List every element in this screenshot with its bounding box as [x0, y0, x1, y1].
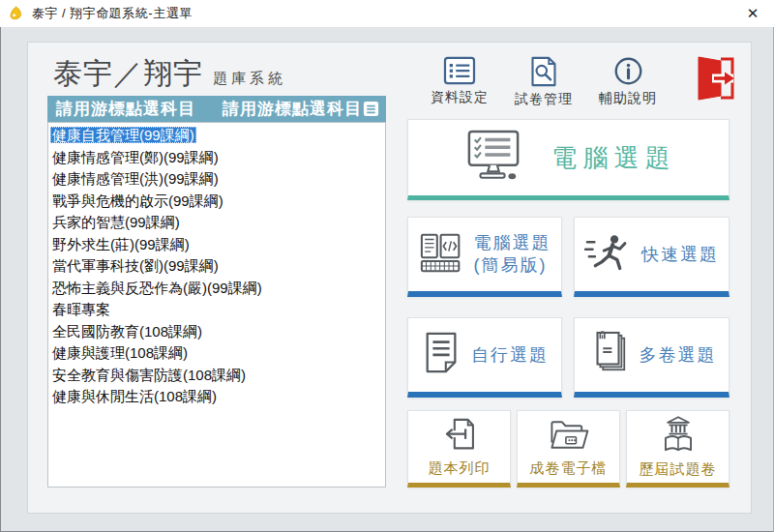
subject-list-header: 請用游標點選科目 請用游標點選科目 — [47, 96, 386, 122]
button-label: 多卷選題 — [640, 343, 717, 367]
computer-code-icon — [419, 231, 464, 279]
list-item[interactable]: 當代軍事科技(劉)(99課綱) — [50, 255, 385, 278]
list-item[interactable]: 兵家的智慧(99課綱) — [50, 212, 385, 234]
window-body: 泰宇／翔宇題庫系統 請用游標點選科目 請用游標點選科目 健康自我管理(99課綱)… — [0, 27, 774, 532]
list-item[interactable]: 野外求生(莊)(99課綱) — [50, 234, 385, 256]
button-label: 自行選題 — [471, 343, 549, 367]
list-icon — [362, 100, 380, 118]
runner-icon — [584, 231, 632, 279]
list-item[interactable]: 恐怖主義與反恐作為(嚴)(99課綱) — [50, 278, 385, 300]
window-title: 泰宇 / 翔宇命題系統-主選單 — [32, 5, 193, 22]
list-item[interactable]: 健康自我管理(99課綱) — [50, 125, 385, 147]
exit-door-icon — [690, 89, 738, 105]
exit-button[interactable] — [690, 54, 738, 103]
document-search-icon — [529, 56, 558, 87]
list-item[interactable]: 戰爭與危機的啟示(99課綱) — [50, 191, 385, 213]
button-label: 題本列印 — [429, 459, 491, 478]
stacked-papers-icon — [587, 330, 630, 380]
efile-button[interactable]: 成卷電子檔 — [517, 410, 620, 488]
toolbar-label: 試卷管理 — [515, 91, 573, 108]
button-label: 電腦選題 (簡易版) — [474, 232, 551, 277]
info-icon — [613, 56, 643, 86]
button-label: 電腦選題 — [552, 141, 676, 175]
quick-select-button[interactable]: 快速選題 — [574, 217, 729, 297]
list-item[interactable]: 健康與護理(108課綱) — [50, 342, 385, 365]
settings-list-icon — [443, 56, 476, 85]
list-item[interactable]: 全民國防教育(108課綱) — [50, 321, 385, 343]
subject-list[interactable]: 健康自我管理(99課綱)健康情感管理(鄭)(99課綱)健康情感管理(洪)(99課… — [47, 122, 386, 488]
archive-book-icon — [659, 415, 698, 458]
brand-name: 泰宇／翔宇 — [53, 57, 203, 89]
self-select-button[interactable]: 自行選題 — [407, 317, 562, 398]
print-booklet-button[interactable]: 題本列印 — [407, 410, 511, 488]
list-header-text-left: 請用游標點選科目 — [56, 98, 195, 120]
list-item[interactable]: 安全教育與傷害防護(108課綱) — [50, 365, 385, 387]
button-label: 成卷電子檔 — [530, 459, 608, 478]
app-icon — [8, 6, 24, 22]
close-icon[interactable]: ✕ — [739, 5, 766, 22]
toolbar-label: 資料設定 — [431, 89, 489, 106]
list-item[interactable]: 健康情感管理(鄭)(99課綱) — [50, 147, 385, 169]
titlebar: 泰宇 / 翔宇命題系統-主選單 ✕ — [0, 0, 774, 27]
computer-select-button[interactable]: 電腦選題 — [407, 119, 729, 200]
toolbar-label: 輔助說明 — [599, 90, 657, 107]
document-lines-icon — [421, 331, 461, 379]
page-export-icon — [440, 417, 479, 457]
multi-paper-select-button[interactable]: 多卷選題 — [574, 317, 729, 398]
button-label: 快速選題 — [641, 243, 719, 266]
open-folder-icon — [548, 417, 590, 457]
list-item[interactable]: 健康情感管理(洪)(99課綱) — [50, 168, 385, 191]
past-papers-button[interactable]: 歷屆試題卷 — [626, 410, 729, 488]
app-window: 泰宇 / 翔宇命題系統-主選單 ✕ 泰宇／翔宇題庫系統 請用游標點選科目 請用游… — [0, 0, 774, 532]
brand: 泰宇／翔宇題庫系統 — [53, 54, 286, 94]
computer-select-simple-button[interactable]: 電腦選題 (簡易版) — [407, 217, 562, 297]
button-label: 歷屆試題卷 — [640, 460, 717, 479]
brand-suffix: 題庫系統 — [213, 70, 286, 86]
list-header-text-right: 請用游標點選科目 — [223, 98, 362, 120]
list-item[interactable]: 健康與休閒生活(108課綱) — [50, 386, 385, 408]
toolbar-help-button[interactable]: 輔助說明 — [590, 56, 666, 112]
computer-checklist-icon — [461, 129, 525, 187]
toolbar-data-settings-button[interactable]: 資料設定 — [422, 56, 497, 112]
main-panel: 泰宇／翔宇題庫系統 請用游標點選科目 請用游標點選科目 健康自我管理(99課綱)… — [27, 42, 752, 514]
toolbar-exam-management-button[interactable]: 試卷管理 — [506, 56, 581, 112]
list-item[interactable]: 春暉專案 — [50, 299, 385, 321]
